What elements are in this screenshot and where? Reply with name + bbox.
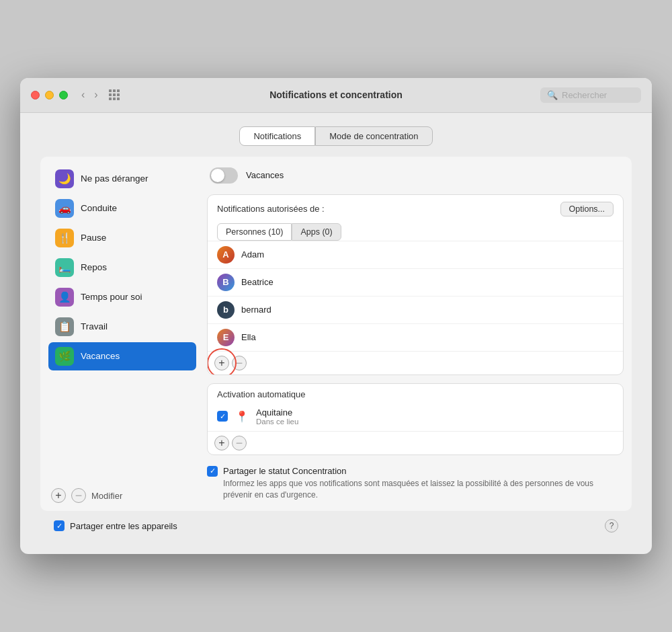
sidebar-item-travail[interactable]: 📋 Travail [48, 313, 196, 341]
share-text-block: Partager le statut Concentration Informe… [223, 466, 624, 501]
persons-list: A Adam B Beatrice b bernard E [208, 241, 623, 351]
activation-list: ✓ 📍 Aquitaine Dans ce lieu [208, 402, 623, 431]
sidebar-label-repos: Repos [81, 262, 107, 272]
notifications-header-text: Notifications autorisées de : [217, 204, 325, 214]
share-title: Partager le statut Concentration [223, 466, 624, 476]
tabs-row: Notifications Mode de concentration [40, 126, 632, 146]
remove-activation-button[interactable]: − [232, 436, 247, 450]
sidebar-label-vacances: Vacances [81, 351, 120, 361]
sidebar-label-travail: Travail [81, 321, 108, 331]
sidebar-item-conduite[interactable]: 🚗 Conduite [48, 194, 196, 223]
sidebar-label-temps-pour-soi: Temps pour soi [81, 292, 142, 302]
activation-name: Aquitaine [256, 407, 298, 418]
add-activation-button[interactable]: + [214, 436, 229, 450]
avatar: A [217, 246, 235, 264]
avatar: B [217, 274, 235, 291]
sidebar-bottom: + − Modifier [48, 483, 196, 503]
share-devices-label: Partager entre les appareils [70, 521, 177, 531]
share-section: ✓ Partager le statut Concentration Infor… [207, 463, 624, 504]
maximize-button[interactable] [59, 91, 68, 100]
help-button[interactable]: ? [605, 519, 618, 532]
toggle-knob [211, 169, 224, 182]
sidebar-label-pause: Pause [81, 233, 106, 243]
leaf-icon: 🌿 [55, 347, 74, 366]
bottom-bar: ✓ Partager entre les appareils ? [40, 511, 632, 538]
check-icon: ✓ [210, 467, 216, 475]
activation-info: Aquitaine Dans ce lieu [256, 407, 298, 426]
list-item: ✓ 📍 Aquitaine Dans ce lieu [214, 402, 616, 431]
person-name: Beatrice [241, 277, 274, 287]
person-name: bernard [241, 305, 271, 315]
list-item: B Beatrice [208, 269, 623, 297]
list-item: b bernard [208, 297, 623, 324]
location-icon: 📍 [235, 409, 249, 424]
check-icon: ✓ [220, 412, 226, 421]
add-btn-container: + [214, 356, 229, 370]
list-item: A Adam [208, 241, 623, 269]
titlebar: ‹ › Notifications et concentration 🔍 Rec… [20, 78, 652, 113]
activation-section: Activation automatique ✓ 📍 Aquitaine Dan… [207, 383, 624, 455]
add-mode-button[interactable]: + [51, 488, 66, 503]
back-button[interactable]: ‹ [79, 87, 87, 102]
vacances-toggle-row: Vacances [207, 165, 624, 186]
search-icon: 🔍 [547, 90, 558, 100]
right-panel: Vacances Notifications autorisées de : O… [207, 165, 624, 504]
fork-icon: 🍴 [55, 229, 74, 247]
vacances-title: Vacances [246, 170, 284, 180]
vacances-toggle[interactable] [210, 167, 238, 184]
bed-icon: 🛏️ [55, 258, 74, 277]
remove-person-button[interactable]: − [232, 356, 247, 370]
moon-icon: 🌙 [55, 169, 74, 188]
close-button[interactable] [31, 91, 40, 100]
sidebar-label-ne-pas-deranger: Ne pas déranger [81, 173, 149, 184]
avatar: E [217, 329, 235, 346]
activation-sub: Dans ce lieu [256, 418, 298, 426]
sidebar-item-repos[interactable]: 🛏️ Repos [48, 253, 196, 282]
activation-header: Activation automatique [208, 384, 623, 402]
person-name: Ella [241, 332, 256, 342]
sub-tab-personnes[interactable]: Personnes (10) [217, 223, 292, 241]
activation-add-remove-row: + − [208, 431, 623, 455]
search-placeholder: Rechercher [562, 90, 607, 100]
sidebar-item-vacances[interactable]: 🌿 Vacances [48, 342, 196, 370]
notifications-section: Notifications autorisées de : Options...… [207, 194, 624, 375]
forward-button[interactable]: › [91, 87, 100, 102]
sub-tab-apps[interactable]: Apps (0) [292, 223, 341, 241]
window-title: Notifications et concentration [269, 89, 403, 100]
tab-notifications[interactable]: Notifications [239, 126, 315, 146]
options-button[interactable]: Options... [560, 202, 614, 216]
check-icon: ✓ [56, 522, 62, 530]
share-checkbox[interactable]: ✓ [207, 466, 218, 477]
grid-icon[interactable] [109, 89, 120, 100]
minimize-button[interactable] [45, 91, 54, 100]
list-item: E Ella [208, 324, 623, 351]
share-devices-checkbox[interactable]: ✓ [54, 520, 65, 531]
main-window: ‹ › Notifications et concentration 🔍 Rec… [20, 78, 652, 555]
sidebar-item-pause[interactable]: 🍴 Pause [48, 224, 196, 252]
nav-buttons: ‹ › [79, 87, 101, 102]
main-panel: 🌙 Ne pas déranger 🚗 Conduite 🍴 Pause 🛏️ … [40, 157, 632, 512]
share-devices-row: ✓ Partager entre les appareils [54, 520, 177, 531]
person-name: Adam [241, 249, 264, 260]
car-icon: 🚗 [55, 199, 74, 218]
sub-tabs: Personnes (10) Apps (0) [208, 223, 623, 241]
content-area: Notifications Mode de concentration 🌙 Ne… [20, 113, 652, 555]
traffic-lights [31, 91, 68, 100]
modifier-button[interactable]: Modifier [91, 491, 122, 501]
sidebar: 🌙 Ne pas déranger 🚗 Conduite 🍴 Pause 🛏️ … [48, 165, 196, 504]
remove-mode-button[interactable]: − [71, 488, 86, 503]
avatar: b [217, 301, 235, 319]
activation-checkbox[interactable]: ✓ [217, 411, 228, 422]
person-icon: 👤 [55, 288, 74, 307]
sidebar-item-ne-pas-deranger[interactable]: 🌙 Ne pas déranger [48, 165, 196, 193]
add-person-button[interactable]: + [214, 356, 229, 370]
persons-add-remove-row: + − [208, 351, 623, 374]
briefcase-icon: 📋 [55, 317, 74, 336]
search-box[interactable]: 🔍 Rechercher [540, 87, 641, 103]
sidebar-item-temps-pour-soi[interactable]: 👤 Temps pour soi [48, 283, 196, 311]
notifications-header: Notifications autorisées de : Options... [208, 195, 623, 223]
tab-mode-concentration[interactable]: Mode de concentration [315, 126, 432, 146]
sidebar-label-conduite: Conduite [81, 203, 117, 213]
share-description: Informez les apps que vos notifications … [223, 478, 624, 501]
